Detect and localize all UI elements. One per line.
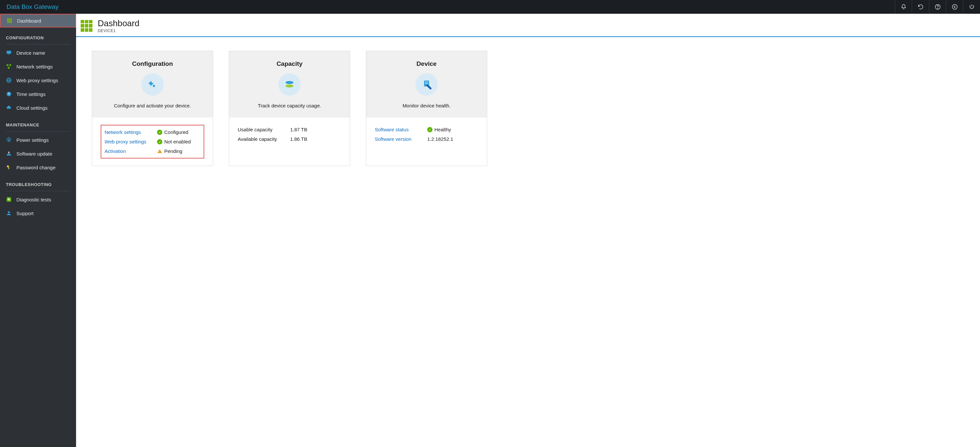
- sidebar-section-configuration: CONFIGURATION: [0, 27, 76, 42]
- sidebar-item-label: Time settings: [16, 91, 46, 97]
- sidebar-item-dashboard[interactable]: Dashboard: [0, 14, 76, 27]
- capacity-row-usable: Usable capacity 1.87 TB: [238, 125, 341, 134]
- sidebar-item-support[interactable]: Support: [0, 206, 76, 220]
- sidebar-item-device-name[interactable]: Device name: [0, 46, 76, 60]
- link-software-version[interactable]: Software version: [375, 136, 427, 142]
- status-value: Pending: [164, 148, 182, 154]
- status-value: Healthy: [434, 127, 451, 132]
- config-row-network: Network settings ✓ Configured: [105, 127, 200, 137]
- card-title: Device: [373, 60, 480, 67]
- sidebar-item-password-change[interactable]: Password change: [0, 160, 76, 174]
- sidebar-item-label: Web proxy settings: [16, 78, 58, 83]
- sidebar-item-time-settings[interactable]: Time settings: [0, 87, 76, 101]
- sidebar-item-label: Software update: [16, 151, 52, 157]
- card-row: Configuration Configure and activate you…: [76, 37, 980, 180]
- card-desc: Track device capacity usage.: [236, 103, 343, 108]
- row-value: 1.87 TB: [290, 127, 307, 132]
- sidebar-item-label: Password change: [16, 165, 56, 170]
- device-row-software-status: Software status ✓ Healthy: [375, 125, 478, 134]
- sidebar-item-cloud-settings[interactable]: Cloud settings: [0, 101, 76, 115]
- page-title: Dashboard: [98, 18, 139, 29]
- divider: [6, 191, 70, 191]
- card-desc: Monitor device health.: [373, 103, 480, 108]
- monitor-icon: [6, 50, 12, 55]
- wrench-icon: [415, 73, 438, 96]
- sidebar-item-label: Diagnostic tests: [16, 197, 51, 202]
- sidebar-item-label: Power settings: [16, 137, 49, 143]
- sidebar-section-maintenance: MAINTENANCE: [0, 115, 76, 129]
- svg-point-23: [286, 84, 293, 87]
- svg-rect-5: [6, 64, 8, 66]
- svg-rect-3: [6, 51, 11, 54]
- notification-icon[interactable]: [895, 0, 912, 14]
- sidebar-item-label: Cloud settings: [16, 105, 48, 111]
- svg-rect-20: [159, 151, 160, 152]
- disk-icon: [278, 73, 301, 96]
- svg-point-17: [8, 211, 10, 213]
- divider: [6, 44, 70, 44]
- status-value: Not enabled: [164, 139, 191, 144]
- warning-icon: [157, 149, 162, 154]
- link-software-status[interactable]: Software status: [375, 127, 427, 132]
- download-icon: [6, 151, 12, 157]
- link-activation[interactable]: Activation: [105, 148, 157, 154]
- svg-point-19: [153, 85, 155, 87]
- row-value: 1.2.18252.1: [427, 136, 453, 142]
- page-header: Dashboard DEVICE1: [76, 14, 980, 37]
- row-label: Usable capacity: [238, 127, 290, 132]
- sidebar-item-label: Dashboard: [17, 18, 41, 24]
- power-icon[interactable]: [963, 0, 980, 14]
- status-value: Configured: [164, 129, 188, 135]
- card-configuration: Configuration Configure and activate you…: [92, 51, 213, 166]
- svg-rect-21: [159, 152, 160, 152]
- config-row-activation: Activation Pending: [105, 146, 200, 156]
- main-content: Dashboard DEVICE1 Configuration Configur…: [76, 14, 980, 447]
- card-capacity: Capacity Track device capacity usage. Us…: [229, 51, 350, 166]
- gear-icon: [6, 137, 12, 143]
- link-network-settings[interactable]: Network settings: [105, 129, 157, 135]
- refresh-icon[interactable]: [912, 0, 929, 14]
- pulse-icon: [6, 197, 12, 202]
- topbar-icons: [895, 0, 980, 14]
- help-icon[interactable]: [929, 0, 946, 14]
- svg-rect-6: [10, 64, 11, 66]
- svg-point-12: [8, 139, 10, 141]
- grid-icon: [81, 20, 92, 32]
- grid-icon: [6, 18, 13, 24]
- svg-rect-7: [8, 67, 10, 69]
- sidebar-item-power-settings[interactable]: Power settings: [0, 133, 76, 147]
- person-icon: [6, 210, 12, 216]
- sidebar-section-troubleshooting: TROUBLESHOOTING: [0, 174, 76, 189]
- page-subtitle: DEVICE1: [98, 29, 139, 33]
- key-icon: [6, 164, 12, 170]
- card-title: Configuration: [99, 60, 206, 67]
- sidebar-item-software-update[interactable]: Software update: [0, 147, 76, 160]
- check-icon: ✓: [157, 130, 162, 135]
- gears-icon: [141, 73, 164, 96]
- sidebar-item-web-proxy[interactable]: Web proxy settings: [0, 73, 76, 87]
- highlight-box: Network settings ✓ Configured Web proxy …: [101, 125, 204, 159]
- svg-point-22: [286, 81, 293, 84]
- sidebar-item-label: Network settings: [16, 64, 53, 70]
- globe-icon: [6, 77, 12, 83]
- check-icon: ✓: [427, 127, 433, 132]
- sidebar-item-network-settings[interactable]: Network settings: [0, 60, 76, 73]
- copyright-icon[interactable]: [946, 0, 963, 14]
- row-label: Available capacity: [238, 136, 290, 142]
- sidebar: Dashboard CONFIGURATION Device name Netw…: [0, 14, 76, 447]
- divider: [6, 131, 70, 132]
- card-title: Capacity: [236, 60, 343, 67]
- config-row-webproxy: Web proxy settings ✓ Not enabled: [105, 137, 200, 146]
- svg-point-2: [952, 5, 957, 10]
- sidebar-item-label: Device name: [16, 50, 45, 55]
- row-value: 1.86 TB: [290, 136, 307, 142]
- network-icon: [6, 63, 12, 70]
- svg-rect-15: [8, 167, 9, 170]
- device-row-software-version: Software version 1.2.18252.1: [375, 134, 478, 144]
- top-bar: Data Box Gateway: [0, 0, 980, 14]
- link-web-proxy-settings[interactable]: Web proxy settings: [105, 139, 157, 144]
- app-title: Data Box Gateway: [6, 3, 58, 11]
- sidebar-item-label: Support: [16, 211, 34, 216]
- clock-icon: [6, 91, 12, 97]
- sidebar-item-diagnostic-tests[interactable]: Diagnostic tests: [0, 193, 76, 206]
